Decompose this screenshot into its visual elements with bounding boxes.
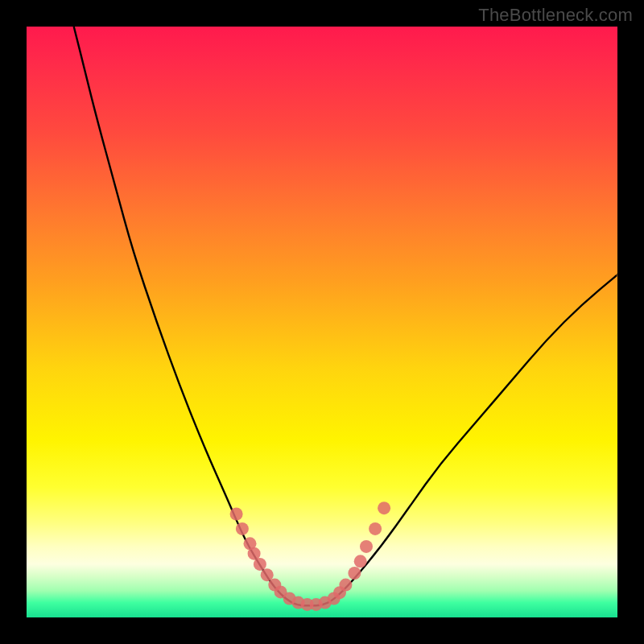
- chart-plot-area: [27, 27, 617, 617]
- highlight-dot: [254, 558, 266, 571]
- highlight-dots-group: [230, 502, 391, 611]
- bottleneck-curve-svg: [27, 27, 617, 617]
- highlight-dot: [360, 540, 373, 553]
- highlight-dot: [230, 508, 243, 521]
- highlight-dot: [369, 522, 382, 535]
- highlight-dot: [348, 567, 361, 580]
- highlight-dot: [339, 579, 352, 592]
- highlight-dot: [378, 502, 390, 514]
- highlight-dot: [354, 555, 367, 568]
- watermark-text: TheBottleneck.com: [478, 5, 633, 26]
- bottleneck-curve-path: [74, 27, 617, 605]
- highlight-dot: [236, 522, 249, 535]
